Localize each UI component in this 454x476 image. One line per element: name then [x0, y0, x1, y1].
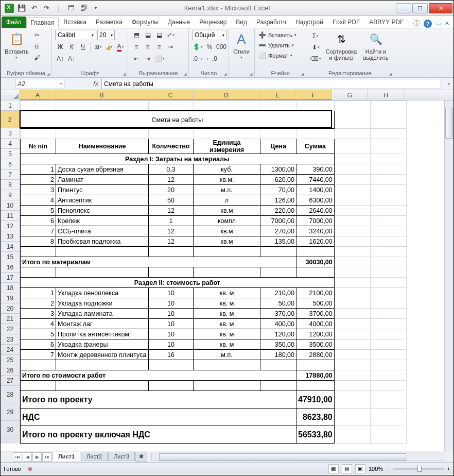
- qat-extra1-icon[interactable]: 🗔: [65, 3, 77, 14]
- row-header-2[interactable]: 2: [1, 111, 20, 128]
- undo-icon[interactable]: ↶: [28, 3, 40, 14]
- comma-icon[interactable]: 000: [216, 42, 227, 52]
- sheet-tab-3[interactable]: Лист3: [108, 452, 135, 461]
- sheet-tab-2[interactable]: Лист2: [81, 452, 108, 461]
- clear-icon[interactable]: ⌫: [309, 54, 322, 64]
- row-header-11[interactable]: 11: [1, 211, 20, 221]
- delete-cells-button[interactable]: ➖Удалить ▾: [258, 41, 296, 49]
- close-button[interactable]: ✕: [429, 3, 452, 13]
- row-header-23[interactable]: 23: [1, 334, 20, 345]
- row-header-20[interactable]: 20: [1, 303, 20, 314]
- tab-formulas[interactable]: Формулы: [127, 16, 163, 28]
- maximize-button[interactable]: ☐: [412, 3, 428, 13]
- excel-icon[interactable]: [4, 3, 15, 14]
- row-header-21[interactable]: 21: [1, 314, 20, 324]
- cells-area[interactable]: Смета на работы№ п/пНаименованиеКоличест…: [20, 100, 407, 444]
- align-right-icon[interactable]: ≡: [154, 42, 164, 52]
- view-break-icon[interactable]: ▣: [355, 464, 365, 473]
- tab-review[interactable]: Рецензир: [195, 16, 231, 28]
- col-header-h[interactable]: H: [368, 90, 404, 100]
- sheet-tab-1[interactable]: Лист1: [53, 452, 80, 461]
- align-left-icon[interactable]: ≡: [131, 42, 142, 52]
- format-painter-icon[interactable]: 🖌: [32, 53, 42, 63]
- italic-button[interactable]: К: [66, 42, 77, 52]
- row-header-30[interactable]: 30: [1, 421, 20, 438]
- select-all-button[interactable]: [1, 90, 20, 100]
- row-header-27[interactable]: 27: [1, 376, 20, 386]
- row-header-22[interactable]: 22: [1, 324, 20, 334]
- horizontal-scrollbar[interactable]: [151, 453, 444, 461]
- paste-button[interactable]: 📋 Вставить ▾: [4, 30, 30, 61]
- fill-icon[interactable]: ⬇: [309, 42, 322, 53]
- row-header-12[interactable]: 12: [1, 221, 20, 231]
- row-header-17[interactable]: 17: [1, 273, 20, 283]
- row-header-5[interactable]: 5: [1, 149, 20, 159]
- align-bottom-icon[interactable]: ⬓: [154, 30, 164, 40]
- increase-font-icon[interactable]: A↑: [55, 54, 65, 64]
- zoom-in-button[interactable]: +: [447, 466, 450, 472]
- sheet-nav-prev[interactable]: ◀: [23, 452, 32, 462]
- styles-button[interactable]: A Стили ▾: [232, 30, 251, 61]
- sheet-nav-last[interactable]: ⏭: [42, 452, 51, 462]
- decrease-font-icon[interactable]: A↓: [66, 54, 77, 64]
- tab-home[interactable]: Главная: [26, 17, 59, 28]
- row-header-8[interactable]: 8: [1, 180, 20, 190]
- row-header-6[interactable]: 6: [1, 159, 20, 169]
- worksheet-grid[interactable]: A B C D E F G H 123456789101112131415161…: [1, 90, 453, 451]
- fx-icon[interactable]: fx: [90, 80, 101, 88]
- decrease-decimal-icon[interactable]: ←.0: [205, 54, 218, 64]
- tab-layout[interactable]: Разметка: [91, 16, 127, 28]
- insert-cells-button[interactable]: ➕Вставить ▾: [258, 31, 296, 39]
- tab-abbyy[interactable]: ABBYY PDF: [364, 16, 408, 28]
- tab-file[interactable]: Файл: [2, 16, 26, 28]
- row-header-3[interactable]: 3: [1, 128, 20, 139]
- font-size-select[interactable]: 20▾: [97, 30, 115, 40]
- row-header-18[interactable]: 18: [1, 283, 20, 293]
- save-icon[interactable]: 💾: [16, 3, 27, 14]
- row-header-4[interactable]: 4: [1, 139, 20, 149]
- col-header-d[interactable]: D: [193, 90, 260, 100]
- sort-filter-button[interactable]: ⇅ Сортировка и фильтр: [324, 30, 359, 62]
- row-header-24[interactable]: 24: [1, 345, 20, 355]
- row-header-14[interactable]: 14: [1, 242, 20, 252]
- increase-decimal-icon[interactable]: .0→: [192, 54, 204, 64]
- format-cells-button[interactable]: ⬜Формат ▾: [258, 52, 296, 60]
- view-layout-icon[interactable]: ▤: [342, 464, 352, 473]
- col-header-e[interactable]: E: [260, 90, 296, 100]
- minimize-button[interactable]: —: [396, 3, 411, 13]
- zoom-slider[interactable]: [393, 468, 444, 470]
- orientation-icon[interactable]: ⤢: [165, 30, 176, 40]
- number-format-select[interactable]: Общий▾: [192, 30, 227, 40]
- cut-icon[interactable]: ✂: [32, 30, 42, 40]
- qat-extra2-icon[interactable]: 🗐: [78, 3, 89, 14]
- row-header-28[interactable]: 28: [1, 386, 20, 403]
- row-header-13[interactable]: 13: [1, 231, 20, 242]
- merge-button[interactable]: ⬜: [154, 54, 165, 64]
- tab-view[interactable]: Вид: [231, 16, 252, 28]
- currency-icon[interactable]: 💲: [192, 42, 203, 52]
- wrap-text-icon[interactable]: ⇥: [165, 42, 176, 52]
- find-select-button[interactable]: 🔍 Найти и выделить: [361, 30, 391, 62]
- increase-indent-icon[interactable]: ⇥: [143, 54, 153, 64]
- tab-insert[interactable]: Вставка: [59, 16, 91, 28]
- tab-data[interactable]: Данные: [163, 16, 195, 28]
- row-header-19[interactable]: 19: [1, 293, 20, 303]
- row-header-26[interactable]: 26: [1, 365, 20, 376]
- row-header-7[interactable]: 7: [1, 169, 20, 180]
- border-button[interactable]: ⊞: [93, 42, 103, 52]
- autosum-icon[interactable]: Σ: [309, 31, 322, 41]
- bold-button[interactable]: Ж: [55, 42, 65, 52]
- tab-addins[interactable]: Надстрой: [291, 16, 328, 28]
- view-normal-icon[interactable]: ▦: [328, 464, 339, 473]
- sheet-nav-next[interactable]: ▶: [32, 452, 42, 462]
- name-box[interactable]: A2▾: [15, 79, 64, 89]
- col-header-f[interactable]: F: [296, 90, 332, 100]
- font-color-button[interactable]: A: [115, 42, 126, 52]
- doc-close-icon[interactable]: ✕: [445, 20, 449, 27]
- col-header-c[interactable]: C: [148, 90, 193, 100]
- align-middle-icon[interactable]: ⬓: [143, 30, 153, 40]
- col-header-g[interactable]: G: [332, 90, 368, 100]
- tab-foxit[interactable]: Foxit PDF: [328, 16, 364, 28]
- row-header-25[interactable]: 25: [1, 355, 20, 365]
- align-top-icon[interactable]: ⬒: [131, 30, 142, 40]
